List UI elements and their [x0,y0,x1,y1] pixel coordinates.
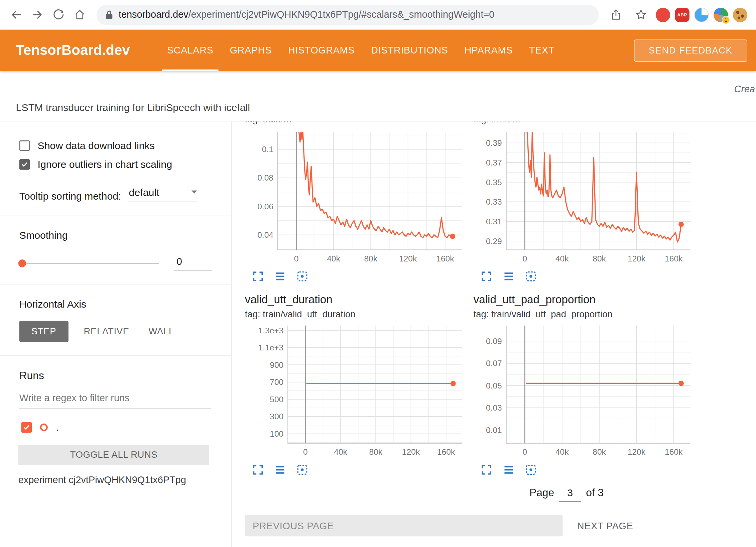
show-download-links-checkbox[interactable] [19,140,30,151]
cookie-extension-icon[interactable] [733,7,747,22]
view-data-button[interactable] [274,270,286,283]
run-row: . [0,422,231,433]
pie-extension-icon[interactable] [694,7,709,22]
expand-chart-button[interactable] [252,463,264,476]
back-icon [10,9,22,21]
svg-text:80k: 80k [593,254,606,263]
chart-card-valid-utt-duration: valid_utt_duration tag: train/valid_utt_… [245,291,467,476]
smoothing-row: 0 [0,256,231,271]
expand-chart-button[interactable] [480,463,493,476]
smoothing-value[interactable]: 0 [173,256,212,271]
profile-avatar[interactable]: 1 [714,7,728,22]
chart-canvas[interactable]: 040k80k120k160k0.040.060.080.1 [245,129,467,266]
fit-domain-button[interactable] [525,270,537,283]
view-data-button[interactable] [502,270,515,283]
svg-text:160k: 160k [437,447,455,456]
svg-text:0.03: 0.03 [486,403,502,412]
url-domain: tensorboard.dev [119,9,188,20]
view-data-button[interactable] [274,463,286,476]
show-download-links-row: Show data download links [0,140,231,151]
chart-canvas[interactable]: 040k80k120k160k0.010.030.050.070.09 [474,323,696,460]
chart-title: valid_utt_duration [245,293,467,306]
chart-plot: 040k80k120k160k0.010.030.050.070.09 [474,323,696,460]
brand-logo: TensorBoard.dev [16,42,130,59]
svg-text:40k: 40k [327,254,340,263]
svg-text:0.31: 0.31 [486,217,502,226]
fit-domain-button[interactable] [525,463,537,476]
chart-canvas[interactable]: 040k80k120k160k1003005007009001.1e+31.3e… [245,323,467,460]
adblocker-extension-icon[interactable] [656,7,670,22]
scalars-dashboard: tag: train/… 040k80k120k160k0.040.060.08… [232,122,756,547]
previous-page-button[interactable]: PREVIOUS PAGE [245,515,563,536]
chart-canvas[interactable]: 040k80k120k160k0.290.310.330.350.370.39 [474,129,696,266]
svg-text:1.1e+3: 1.1e+3 [258,343,284,352]
tab-distributions[interactable]: DISTRIBUTIONS [363,30,456,71]
expand-chart-button[interactable] [480,270,493,283]
horizontal-axis-label: Horizontal Axis [0,299,231,310]
svg-text:0.35: 0.35 [486,178,502,187]
expand-chart-button[interactable] [252,270,264,283]
fit-domain-icon [296,463,309,476]
fit-domain-button[interactable] [296,463,309,476]
runs-filter-input[interactable] [19,391,211,409]
send-feedback-button[interactable]: SEND FEEDBACK [634,39,747,62]
reload-icon [52,9,65,21]
tab-histograms[interactable]: HISTOGRAMS [280,30,363,71]
tooltip-sorting-dropdown[interactable]: default [128,187,199,202]
home-button[interactable] [70,5,90,25]
tab-text[interactable]: TEXT [521,30,563,71]
series-line [527,129,681,242]
chart-title: valid_utt_pad_proportion [474,293,696,306]
page-number-input[interactable] [559,487,581,502]
ignore-outliers-label: Ignore outliers in chart scaling [38,159,172,171]
svg-text:0.05: 0.05 [486,381,502,390]
axis-wall-button[interactable]: WALL [145,321,178,342]
smoothing-slider-thumb[interactable] [18,259,26,267]
ignore-outliers-row: Ignore outliers in chart scaling [0,159,231,171]
data-lines-icon [502,463,515,476]
svg-text:0: 0 [523,447,527,456]
tooltip-sorting-label: Tooltip sorting method: [19,191,121,202]
svg-text:700: 700 [270,377,283,387]
fit-domain-icon [296,270,309,283]
bookmark-star-button[interactable] [631,5,651,25]
chart-actions [474,270,696,283]
tab-scalars[interactable]: SCALARS [159,30,222,71]
lock-icon [105,10,113,20]
back-button[interactable] [6,5,26,25]
series-endpoint-dot [678,380,684,386]
svg-text:120k: 120k [628,254,646,263]
svg-text:0.1: 0.1 [262,145,273,154]
svg-text:80k: 80k [364,254,377,263]
forward-button[interactable] [27,5,47,25]
chevron-down-icon [192,191,197,196]
share-button[interactable] [606,5,626,25]
reload-button[interactable] [48,5,69,25]
abp-extension-icon[interactable]: ABP [675,7,689,22]
run-checkbox[interactable] [21,422,32,433]
fit-domain-button[interactable] [296,270,309,283]
ignore-outliers-checkbox[interactable] [19,159,30,170]
tab-hparams[interactable]: HPARAMS [456,30,521,71]
tab-graphs[interactable]: GRAPHS [222,30,280,71]
svg-text:900: 900 [270,360,283,369]
chart-card-valid-utt-pad-proportion: valid_utt_pad_proportion tag: train/vali… [474,291,696,476]
extension-badge: 1 [722,16,730,24]
next-page-button[interactable]: NEXT PAGE [574,520,636,532]
chart-card-top-left: tag: train/… 040k80k120k160k0.040.060.08… [245,122,467,283]
run-color-swatch[interactable] [40,424,48,431]
expand-icon [252,270,264,283]
smoothing-slider[interactable] [19,263,159,264]
svg-text:0.04: 0.04 [257,230,273,239]
address-bar[interactable]: tensorboard.dev/experiment/cj2vtPiwQHKN9… [97,5,599,25]
browser-toolbar: tensorboard.dev/experiment/cj2vtPiwQHKN9… [0,0,756,30]
view-data-button[interactable] [502,463,515,476]
axis-relative-button[interactable]: RELATIVE [80,321,133,342]
svg-text:0.09: 0.09 [486,337,502,346]
url-path: /experiment/cj2vtPiwQHKN9Q1tx6PTpg/#scal… [188,9,494,20]
chart-actions [245,270,467,283]
check-icon [21,160,28,168]
toggle-all-runs-button[interactable]: TOGGLE ALL RUNS [18,445,209,465]
axis-step-button[interactable]: STEP [19,321,69,342]
svg-text:0: 0 [523,254,527,263]
